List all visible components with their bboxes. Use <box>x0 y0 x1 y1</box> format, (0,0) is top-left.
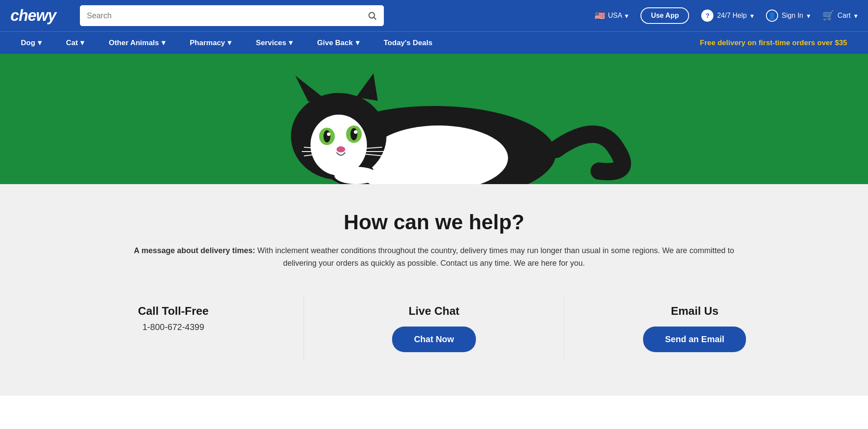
svg-point-14 <box>354 130 357 134</box>
header-right: 🇺🇸 USA ▾ Use App ? 24/7 Help ▾ 👤 Sign In… <box>594 7 858 24</box>
search-input[interactable] <box>80 5 360 26</box>
search-bar <box>80 5 384 26</box>
delivery-message-body: With inclement weather conditions throug… <box>257 246 734 267</box>
help-chevron: ▾ <box>750 12 754 20</box>
nav-label-give-back: Give Back <box>317 39 353 47</box>
region-label: USA <box>608 12 622 20</box>
nav-item-other-animals[interactable]: Other Animals ▾ <box>96 32 178 54</box>
nav-label-todays-deals: Today's Deals <box>384 39 432 47</box>
nav-item-pharmacy[interactable]: Pharmacy ▾ <box>178 32 244 54</box>
flag-icon: 🇺🇸 <box>594 10 605 21</box>
call-title: Call Toll-Free <box>138 304 209 318</box>
delivery-message: A message about delivery times: With inc… <box>130 244 738 270</box>
nav-label-other-animals: Other Animals <box>109 39 159 47</box>
chat-title: Live Chat <box>409 304 459 318</box>
nav-item-todays-deals[interactable]: Today's Deals <box>372 32 445 54</box>
nav-label-pharmacy: Pharmacy <box>190 39 225 47</box>
nav-promo: Free delivery on first-time orders over … <box>688 32 859 54</box>
chat-now-button[interactable]: Chat Now <box>392 327 475 352</box>
cart-chevron: ▾ <box>854 12 858 20</box>
hero-cat-image <box>0 54 868 184</box>
delivery-message-bold: A message about delivery times: <box>134 246 255 255</box>
nav-item-dog[interactable]: Dog ▾ <box>9 32 54 54</box>
nav-chevron-dog: ▾ <box>38 38 42 47</box>
signin-label: Sign In <box>782 12 803 20</box>
use-app-button[interactable]: Use App <box>640 7 689 24</box>
user-icon: 👤 <box>766 10 778 22</box>
chewy-logo[interactable]: chewy <box>10 7 71 25</box>
help-label: 24/7 Help <box>717 12 747 20</box>
svg-point-12 <box>350 128 357 140</box>
svg-point-11 <box>323 130 330 142</box>
svg-point-0 <box>369 13 375 18</box>
region-selector[interactable]: 🇺🇸 USA ▾ <box>594 10 628 21</box>
contact-card-email: Email Us Send an Email <box>564 296 825 361</box>
cart-button[interactable]: 🛒 Cart ▾ <box>822 10 858 21</box>
nav-chevron-other-animals: ▾ <box>162 38 165 47</box>
nav-chevron-pharmacy: ▾ <box>228 38 231 47</box>
svg-point-23 <box>334 167 378 184</box>
site-header: chewy 🇺🇸 USA ▾ Use App ? 24/7 Help ▾ 👤 <box>0 0 868 31</box>
svg-point-13 <box>327 132 330 136</box>
contact-card-call: Call Toll-Free 1-800-672-4399 <box>43 296 304 361</box>
nav-label-dog: Dog <box>21 39 35 47</box>
main-nav: Dog ▾ Cat ▾ Other Animals ▾ Pharmacy ▾ S… <box>0 31 868 54</box>
nav-item-services[interactable]: Services ▾ <box>244 32 305 54</box>
contact-cards: Call Toll-Free 1-800-672-4399 Live Chat … <box>43 296 825 361</box>
nav-chevron-cat: ▾ <box>80 38 84 47</box>
hero-banner <box>0 54 868 184</box>
call-phone[interactable]: 1-800-672-4399 <box>142 322 204 332</box>
nav-item-cat[interactable]: Cat ▾ <box>54 32 96 54</box>
region-chevron: ▾ <box>625 12 628 20</box>
nav-label-services: Services <box>256 39 286 47</box>
help-icon: ? <box>701 10 713 22</box>
search-button[interactable] <box>360 5 384 26</box>
search-icon <box>367 11 377 20</box>
send-email-button[interactable]: Send an Email <box>643 327 746 352</box>
contact-card-chat: Live Chat Chat Now <box>304 296 564 361</box>
email-title: Email Us <box>671 304 719 318</box>
nav-label-cat: Cat <box>66 39 78 47</box>
signin-button[interactable]: 👤 Sign In ▾ <box>766 10 810 22</box>
nav-chevron-services: ▾ <box>289 38 293 47</box>
cart-label: Cart <box>838 12 851 20</box>
svg-line-1 <box>374 17 376 20</box>
page-title: How can we help? <box>9 210 859 234</box>
signin-chevron: ▾ <box>807 12 810 20</box>
help-button[interactable]: ? 24/7 Help ▾ <box>701 10 754 22</box>
svg-point-15 <box>337 146 345 152</box>
cart-icon: 🛒 <box>822 10 834 21</box>
nav-chevron-give-back: ▾ <box>356 38 360 47</box>
main-content: How can we help? A message about deliver… <box>0 184 868 396</box>
svg-point-6 <box>310 115 367 175</box>
nav-item-give-back[interactable]: Give Back ▾ <box>305 32 371 54</box>
